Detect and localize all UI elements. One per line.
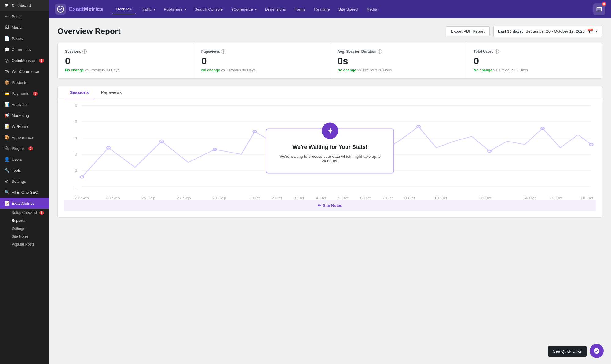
nav-publishers[interactable]: Publishers ▾ — [160, 5, 189, 14]
settings-icon: ⚙ — [4, 179, 9, 184]
tools-icon: 🔧 — [4, 168, 9, 173]
sidebar-label: Products — [12, 80, 27, 85]
sidebar-sub-popular-posts[interactable]: Popular Posts — [0, 240, 49, 248]
nav-forms[interactable]: Forms — [291, 5, 309, 14]
publishers-caret: ▾ — [185, 8, 186, 11]
stat-pageviews: Pageviews i 0 No change vs. Previous 30 … — [194, 43, 330, 78]
sidebar-label: Pages — [12, 36, 23, 41]
svg-text:25 Sep: 25 Sep — [141, 196, 155, 200]
total-users-info-icon[interactable]: i — [495, 49, 499, 54]
products-icon: 📦 — [4, 80, 9, 85]
pageviews-info-icon[interactable]: i — [221, 49, 225, 54]
sidebar-item-dashboard[interactable]: ⊞ Dashboard — [0, 0, 49, 11]
svg-text:27 Sep: 27 Sep — [177, 196, 191, 200]
svg-text:7 Oct: 7 Oct — [382, 196, 393, 200]
svg-text:29 Sep: 29 Sep — [212, 196, 226, 200]
svg-text:8 Oct: 8 Oct — [404, 196, 415, 200]
sidebar-item-media[interactable]: 🖼 Media — [0, 22, 49, 33]
site-notes-label: Site Notes — [323, 203, 342, 208]
avg-session-info-icon[interactable]: i — [378, 49, 382, 54]
analytics-icon: 📊 — [4, 102, 9, 107]
logo-text: ExactMetrics — [69, 6, 103, 13]
pages-icon: 📄 — [4, 36, 9, 41]
tabs-row: Sessions Pageviews — [58, 86, 602, 99]
svg-text:4 Oct: 4 Oct — [316, 196, 327, 200]
media-icon: 🖼 — [4, 25, 9, 30]
marketing-icon: 📢 — [4, 113, 9, 118]
sidebar-sub-setup-checklist[interactable]: Setup Checklist 9 — [0, 209, 49, 217]
sidebar-item-users[interactable]: 👤 Users — [0, 154, 49, 165]
sidebar-item-comments[interactable]: 💬 Comments — [0, 44, 49, 55]
svg-text:12 Oct: 12 Oct — [478, 196, 492, 200]
tab-sessions[interactable]: Sessions — [64, 86, 95, 99]
nav-realtime[interactable]: Realtime — [310, 5, 333, 14]
svg-text:21 Sep: 21 Sep — [75, 196, 89, 200]
total-users-label: Total Users — [474, 49, 493, 54]
sidebar-item-payments[interactable]: 💳 Payments 1 — [0, 88, 49, 99]
chart-container: 6 5 4 3 2 1 0 — [58, 102, 602, 217]
sidebar-item-plugins[interactable]: 🔌 Plugins 3 — [0, 143, 49, 154]
optinmonster-badge: 1 — [39, 59, 44, 63]
pageviews-change-text: vs. Previous 30 Days — [221, 68, 255, 72]
tab-pageviews[interactable]: Pageviews — [95, 86, 128, 99]
sidebar-label: OptinMonster — [12, 58, 35, 63]
date-range-button[interactable]: Last 30 days: September 20 - October 19,… — [493, 26, 602, 37]
sidebar-item-settings[interactable]: ⚙ Settings — [0, 176, 49, 187]
top-nav: ExactMetrics Overview Traffic ▾ Publishe… — [49, 0, 611, 18]
sidebar-item-appearance[interactable]: 🎨 Appearance — [0, 132, 49, 143]
sidebar-label: Dashboard — [12, 3, 31, 8]
export-pdf-button[interactable]: Export PDF Report — [446, 26, 490, 36]
plugins-badge: 3 — [28, 146, 33, 150]
sidebar-label: Settings — [12, 179, 26, 184]
sessions-label: Sessions — [65, 49, 81, 54]
sidebar-item-wpforms[interactable]: 📝 WPForms — [0, 121, 49, 132]
page-title: Overview Report — [57, 27, 121, 36]
header-actions: Export PDF Report Last 30 days: Septembe… — [446, 26, 602, 37]
optinmonster-icon: ◎ — [4, 58, 9, 63]
sidebar-item-optinmonster[interactable]: ◎ OptinMonster 1 — [0, 55, 49, 66]
sidebar-item-marketing[interactable]: 📢 Marketing — [0, 110, 49, 121]
stat-sessions: Sessions i 0 No change vs. Previous 30 D… — [58, 43, 194, 78]
sidebar-item-allinoneseo[interactable]: 🔍 All in One SEO — [0, 187, 49, 198]
ecommerce-caret: ▾ — [255, 8, 257, 11]
payments-icon: 💳 — [4, 91, 9, 96]
sidebar-label: WPForms — [12, 124, 29, 129]
nav-media[interactable]: Media — [363, 5, 381, 14]
chart-area: 6 5 4 3 2 1 0 — [64, 102, 596, 200]
nav-ecommerce[interactable]: eCommerce ▾ — [228, 5, 260, 14]
sidebar-item-products[interactable]: 📦 Products — [0, 77, 49, 88]
bottom-bar: ✏ Site Notes — [64, 200, 596, 211]
sidebar-label: Media — [12, 25, 22, 30]
avg-session-value: 0s — [338, 56, 459, 67]
sidebar-label: All in One SEO — [12, 190, 38, 195]
nav-overview[interactable]: Overview — [112, 4, 136, 14]
sidebar-item-woocommerce[interactable]: 🛍 WooCommerce — [0, 66, 49, 77]
nav-traffic[interactable]: Traffic ▾ — [137, 5, 159, 14]
svg-text:6: 6 — [75, 103, 78, 107]
sidebar-item-pages[interactable]: 📄 Pages — [0, 33, 49, 44]
svg-text:1 Oct: 1 Oct — [249, 196, 260, 200]
quick-links-button[interactable]: See Quick Links — [548, 346, 587, 357]
nav-dimensions[interactable]: Dimensions — [262, 5, 290, 14]
svg-text:1: 1 — [75, 185, 78, 189]
sidebar-item-exactmetrics[interactable]: 📈 ExactMetrics — [0, 198, 49, 209]
setup-badge: 9 — [39, 211, 44, 215]
sidebar-sub-reports[interactable]: Reports — [0, 217, 49, 225]
notification-badge: 0 — [602, 2, 606, 6]
sidebar-sub-site-notes[interactable]: Site Notes — [0, 232, 49, 240]
sidebar-item-tools[interactable]: 🔧 Tools — [0, 165, 49, 176]
svg-text:4: 4 — [75, 136, 78, 140]
logo-icon — [55, 4, 66, 15]
sidebar-sub-settings[interactable]: Settings — [0, 225, 49, 232]
comments-icon: 💬 — [4, 47, 9, 52]
total-users-change-text: vs. Previous 30 Days — [493, 68, 528, 72]
svg-text:6 Oct: 6 Oct — [360, 196, 371, 200]
sidebar-label: ExactMetrics — [12, 201, 34, 206]
sidebar-item-analytics[interactable]: 📊 Analytics — [0, 99, 49, 110]
nav-search-console[interactable]: Search Console — [191, 5, 227, 14]
site-notes-button[interactable]: ✏ Site Notes — [318, 203, 342, 208]
fab-button[interactable] — [590, 344, 604, 358]
sessions-info-icon[interactable]: i — [82, 49, 87, 54]
nav-site-speed[interactable]: Site Speed — [335, 5, 362, 14]
sidebar-item-posts[interactable]: ✏ Posts — [0, 11, 49, 22]
